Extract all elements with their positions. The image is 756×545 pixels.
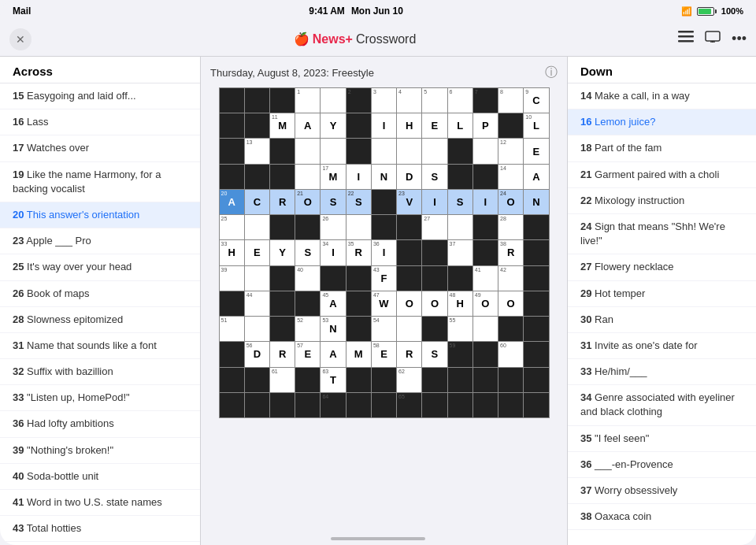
- cell-10-11[interactable]: 60: [498, 342, 523, 366]
- cell-10-1[interactable]: D56: [245, 342, 269, 366]
- cell-5-9[interactable]: [448, 215, 472, 239]
- cell-3-5[interactable]: I: [346, 165, 371, 189]
- down-clue-24[interactable]: 24 Sign that means "Shh! We're live!": [568, 214, 756, 254]
- cell-6-1[interactable]: E: [245, 240, 269, 265]
- cell-1-8[interactable]: E: [422, 113, 447, 138]
- cell-0-7[interactable]: 4: [397, 88, 421, 113]
- cell-3-4[interactable]: M17: [321, 165, 345, 189]
- cell-7-0[interactable]: 39: [220, 266, 244, 291]
- cell-9-1[interactable]: [245, 317, 269, 341]
- across-clue-23[interactable]: 23 Apple ___ Pro: [0, 228, 200, 254]
- cell-10-8[interactable]: S: [422, 342, 447, 366]
- across-clue-20[interactable]: 20 This answer's orientation: [0, 202, 200, 228]
- cell-6-6[interactable]: I36: [372, 240, 396, 265]
- cell-4-3[interactable]: O21: [295, 190, 320, 214]
- cell-6-11[interactable]: R38: [498, 240, 523, 265]
- cell-2-7[interactable]: [397, 139, 421, 163]
- down-clue-18[interactable]: 18 Part of the fam: [568, 135, 756, 161]
- cell-6-5[interactable]: R35: [346, 240, 371, 265]
- cell-9-0[interactable]: 51: [220, 317, 244, 341]
- down-clue-33[interactable]: 33 He/him/___: [568, 359, 756, 385]
- cell-3-6[interactable]: N: [372, 165, 396, 189]
- cell-4-0[interactable]: A20: [220, 190, 244, 214]
- cell-4-2[interactable]: R: [270, 190, 295, 214]
- cell-3-11[interactable]: 14: [498, 165, 523, 189]
- down-clue-37[interactable]: 37 Worry obsessively: [568, 478, 756, 504]
- down-clue-16[interactable]: 16 Lemon juice?: [568, 109, 756, 135]
- cell-2-12[interactable]: E: [524, 139, 548, 163]
- list-icon[interactable]: [678, 31, 694, 47]
- across-clue-28[interactable]: 28 Slowness epitomized: [0, 307, 200, 333]
- cell-9-4[interactable]: N53: [321, 317, 345, 341]
- down-clue-14[interactable]: 14 Make a call, in a way: [568, 83, 756, 109]
- down-clue-34[interactable]: 34 Genre associated with eyeliner and bl…: [568, 385, 756, 425]
- across-clue-43[interactable]: 43 Total hotties: [0, 516, 200, 542]
- cell-4-12[interactable]: N: [524, 190, 548, 214]
- down-clue-29[interactable]: 29 Hot temper: [568, 281, 756, 307]
- cell-0-6[interactable]: 3: [372, 88, 396, 113]
- across-clue-36[interactable]: 36 Had lofty ambitions: [0, 411, 200, 437]
- cell-10-4[interactable]: A: [321, 342, 345, 366]
- cell-1-3[interactable]: A: [295, 113, 320, 138]
- cell-5-0[interactable]: 25: [220, 215, 244, 239]
- cell-9-3[interactable]: 52: [295, 317, 320, 341]
- down-clue-35[interactable]: 35 "I feel seen": [568, 426, 756, 452]
- across-clue-17[interactable]: 17 Watches over: [0, 135, 200, 161]
- cell-11-4[interactable]: T63: [321, 368, 345, 392]
- down-clue-36[interactable]: 36 ___-en-Provence: [568, 452, 756, 478]
- down-clue-31[interactable]: 31 Invite as one's date for: [568, 333, 756, 359]
- across-clue-31[interactable]: 31 Name that sounds like a font: [0, 333, 200, 359]
- cell-10-5[interactable]: M: [346, 342, 371, 366]
- grid-info-icon[interactable]: ⓘ: [545, 65, 558, 81]
- cell-1-9[interactable]: L: [448, 113, 472, 138]
- cell-10-6[interactable]: E58: [372, 342, 396, 366]
- cell-7-10[interactable]: 41: [473, 266, 498, 291]
- cell-1-4[interactable]: Y: [321, 113, 345, 138]
- across-clue-15[interactable]: 15 Easygoing and laid off...: [0, 83, 200, 109]
- cell-8-4[interactable]: A45: [321, 291, 345, 316]
- cell-2-6[interactable]: [372, 139, 396, 163]
- cell-8-7[interactable]: O: [397, 291, 421, 316]
- down-clue-30[interactable]: 30 Ran: [568, 307, 756, 333]
- cell-9-7[interactable]: [397, 317, 421, 341]
- across-clue-26[interactable]: 26 Book of maps: [0, 281, 200, 307]
- cell-4-1[interactable]: C: [245, 190, 269, 214]
- cell-8-6[interactable]: W47: [372, 291, 396, 316]
- down-clue-38[interactable]: 38 Oaxaca coin: [568, 504, 756, 530]
- cell-11-2[interactable]: 61: [270, 368, 295, 392]
- down-clue-21[interactable]: 21 Garment paired with a choli: [568, 162, 756, 188]
- cell-8-1[interactable]: 44: [245, 291, 269, 316]
- cell-2-4[interactable]: [321, 139, 345, 163]
- cell-0-4[interactable]: [321, 88, 345, 113]
- cell-4-8[interactable]: I: [422, 190, 447, 214]
- cell-9-10[interactable]: [473, 317, 498, 341]
- display-icon[interactable]: [705, 31, 721, 47]
- cell-0-9[interactable]: 6: [448, 88, 472, 113]
- cell-4-5[interactable]: S22: [346, 190, 371, 214]
- cell-9-9[interactable]: 55: [448, 317, 472, 341]
- across-clue-25[interactable]: 25 It's way over your head: [0, 254, 200, 280]
- across-clue-16[interactable]: 16 Lass: [0, 109, 200, 135]
- cell-4-9[interactable]: S: [448, 190, 472, 214]
- cell-0-12[interactable]: C9: [524, 88, 548, 113]
- cell-2-1[interactable]: 13: [245, 139, 269, 163]
- close-button[interactable]: ✕: [9, 28, 32, 50]
- cell-5-1[interactable]: [245, 215, 269, 239]
- cell-2-10[interactable]: [473, 139, 498, 163]
- cell-5-5[interactable]: [346, 215, 371, 239]
- cell-2-8[interactable]: [422, 139, 447, 163]
- cell-6-2[interactable]: Y: [270, 240, 295, 265]
- cell-1-2[interactable]: M11: [270, 113, 295, 138]
- cell-0-8[interactable]: 5: [422, 88, 447, 113]
- cell-4-11[interactable]: O24: [498, 190, 523, 214]
- cell-9-6[interactable]: 54: [372, 317, 396, 341]
- cell-8-9[interactable]: H48: [448, 291, 472, 316]
- cell-1-10[interactable]: P: [473, 113, 498, 138]
- cell-6-4[interactable]: I34: [321, 240, 345, 265]
- cell-3-12[interactable]: A: [524, 165, 548, 189]
- crossword-grid[interactable]: 12345678C9M11AYIHELPL101312EM17INDS14AA2…: [219, 87, 550, 418]
- cell-1-7[interactable]: H: [397, 113, 421, 138]
- cell-7-11[interactable]: 42: [498, 266, 523, 291]
- more-options-icon[interactable]: •••: [732, 31, 747, 47]
- across-clue-32[interactable]: 32 Suffix with bazillion: [0, 359, 200, 385]
